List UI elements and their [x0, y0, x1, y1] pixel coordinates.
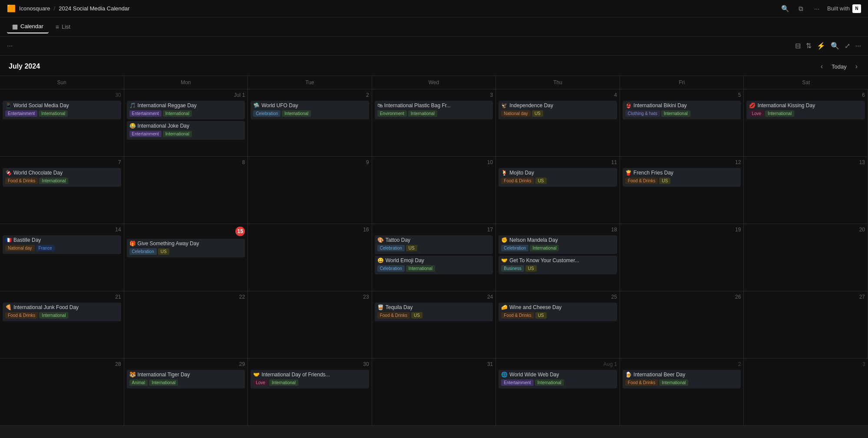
calendar-event[interactable]: 💋International Kissing DayLoveInternatio…: [746, 101, 865, 119]
toolbar-search-icon[interactable]: 🔍: [831, 42, 839, 50]
event-title: 🎨Tattoo Day: [377, 237, 491, 243]
calendar-cell-3-2[interactable]: 23: [248, 291, 372, 359]
calendar-cell-1-5[interactable]: 12🍟French Fries DayFood & DrinksUS: [620, 157, 744, 224]
calendar-cell-4-4[interactable]: Aug 1🌐World Wide Web DayEntertainmentInt…: [496, 359, 620, 426]
calendar-cell-0-4[interactable]: 4🦅Independence DayNational dayUS: [496, 89, 620, 157]
calendar-cell-4-3[interactable]: 31: [372, 359, 496, 426]
event-tag: Food & Drinks: [625, 379, 658, 386]
calendar-cell-4-6[interactable]: 3: [744, 359, 868, 426]
today-button[interactable]: Today: [828, 62, 850, 72]
cell-date-number: 6: [746, 92, 865, 98]
day-headers: Sun Mon Tue Wed Thu Fri Sat: [0, 76, 868, 89]
event-title-text: International Joke Day: [138, 123, 189, 129]
calendar-event[interactable]: 🦅Independence DayNational dayUS: [498, 101, 617, 119]
calendar-cell-4-1[interactable]: 29🐯International Tiger DayAnimalInternat…: [124, 359, 248, 426]
calendar-cell-2-6[interactable]: 20: [744, 224, 868, 291]
calendar-event[interactable]: 🛸World UFO DayCelebrationInternational: [251, 101, 369, 119]
cell-date-number: 11: [498, 159, 617, 165]
calendar-event[interactable]: 🤝Get To Know Your Customer...BusinessUS: [498, 256, 617, 274]
calendar-cell-1-1[interactable]: 8: [124, 157, 248, 224]
toolbar-ellipsis[interactable]: ···: [7, 42, 13, 50]
calendar-cell-2-1[interactable]: 15🎁Give Something Away DayCelebrationUS: [124, 224, 248, 291]
calendar-event[interactable]: 🎵International Reggae DayEntertainmentIn…: [127, 101, 245, 119]
calendar-event[interactable]: 🍕International Junk Food DayFood & Drink…: [3, 303, 121, 321]
calendar-event[interactable]: 🧀Wine and Cheese DayFood & DrinksUS: [498, 303, 617, 321]
event-tag: US: [535, 312, 547, 319]
search-icon[interactable]: 🔍: [780, 3, 791, 14]
cell-date-number: 23: [251, 294, 369, 300]
calendar-event[interactable]: 👙International Bikini DayClothing & hats…: [623, 101, 741, 119]
event-icon: 🌐: [501, 372, 508, 378]
calendar-cell-2-3[interactable]: 17🎨Tattoo DayCelebrationUS😀World Emoji D…: [372, 224, 496, 291]
calendar-cell-3-6[interactable]: 27: [744, 291, 868, 359]
calendar-event[interactable]: 🎁Give Something Away DayCelebrationUS: [127, 239, 245, 257]
calendar-cell-0-5[interactable]: 5👙International Bikini DayClothing & hat…: [620, 89, 744, 157]
event-icon: 👙: [625, 102, 632, 109]
calendar-cell-0-1[interactable]: Jul 1🎵International Reggae DayEntertainm…: [124, 89, 248, 157]
calendar-event[interactable]: 🍟French Fries DayFood & DrinksUS: [623, 168, 741, 187]
today-badge: 15: [235, 227, 245, 236]
event-title-text: International Junk Food Day: [13, 304, 79, 310]
calendar-cell-1-3[interactable]: 10: [372, 157, 496, 224]
cell-date-number: 30: [3, 92, 121, 98]
calendar-event[interactable]: 🥃Tequila DayFood & DrinksUS: [375, 303, 493, 321]
calendar-cell-2-2[interactable]: 16: [248, 224, 372, 291]
calendar-cell-4-2[interactable]: 30🤝International Day of Friends...LoveIn…: [248, 359, 372, 426]
calendar-event[interactable]: 🛍International Plastic Bag Fr...Environm…: [375, 101, 493, 119]
event-icon: 🍹: [501, 170, 508, 176]
calendar-cell-2-4[interactable]: 18✊Nelson Mandela DayCelebrationInternat…: [496, 224, 620, 291]
tab-list[interactable]: ≡ List: [50, 21, 76, 33]
calendar-cell-3-0[interactable]: 21🍕International Junk Food DayFood & Dri…: [0, 291, 124, 359]
calendar-event[interactable]: 🎨Tattoo DayCelebrationUS: [375, 235, 493, 254]
calendar-cell-4-0[interactable]: 28: [0, 359, 124, 426]
calendar-cell-2-5[interactable]: 19: [620, 224, 744, 291]
event-tag: Entertainment: [5, 110, 37, 117]
copy-icon[interactable]: ⧉: [796, 3, 806, 14]
more-icon[interactable]: ···: [812, 3, 822, 14]
calendar-event[interactable]: 📱World Social Media DayEntertainmentInte…: [3, 101, 121, 119]
calendar-event[interactable]: 😀World Emoji DayCelebrationInternational: [375, 256, 493, 274]
sort-icon[interactable]: ⇅: [806, 42, 812, 50]
cell-date-number: 25: [498, 294, 617, 300]
calendar-cell-3-1[interactable]: 22: [124, 291, 248, 359]
event-tag: International: [406, 265, 435, 272]
calendar-cell-1-6[interactable]: 13: [744, 157, 868, 224]
prev-month-button[interactable]: ‹: [819, 61, 825, 72]
tab-calendar[interactable]: ▦ Calendar: [7, 20, 49, 33]
bolt-icon[interactable]: ⚡: [817, 42, 825, 50]
calendar-cell-0-3[interactable]: 3🛍International Plastic Bag Fr...Environ…: [372, 89, 496, 157]
calendar-event[interactable]: 🐯International Tiger DayAnimalInternatio…: [127, 370, 245, 389]
calendar-cell-1-4[interactable]: 11🍹Mojito DayFood & DrinksUS: [496, 157, 620, 224]
cell-date-number: 3: [375, 92, 493, 98]
calendar-cell-2-0[interactable]: 14🇫🇷Bastille DayNational dayFrance: [0, 224, 124, 291]
calendar-cell-1-0[interactable]: 7🍫World Chocolate DayFood & DrinksIntern…: [0, 157, 124, 224]
calendar-cell-0-2[interactable]: 2🛸World UFO DayCelebrationInternational: [248, 89, 372, 157]
calendar-event[interactable]: 😂International Joke DayEntertainmentInte…: [127, 121, 245, 140]
calendar-event[interactable]: ✊Nelson Mandela DayCelebrationInternatio…: [498, 235, 617, 254]
toolbar-more-icon[interactable]: ···: [855, 42, 861, 50]
calendar-event[interactable]: 🌐World Wide Web DayEntertainmentInternat…: [498, 370, 617, 389]
calendar-event[interactable]: 🍫World Chocolate DayFood & DrinksInterna…: [3, 168, 121, 187]
calendar-cell-0-6[interactable]: 6💋International Kissing DayLoveInternati…: [744, 89, 868, 157]
calendar-cell-0-0[interactable]: 30📱World Social Media DayEntertainmentIn…: [0, 89, 124, 157]
next-month-button[interactable]: ›: [854, 61, 859, 72]
calendar-cell-1-2[interactable]: 9: [248, 157, 372, 224]
expand-icon[interactable]: ⤢: [845, 42, 850, 50]
calendar-event[interactable]: 🍺International Beer DayFood & DrinksInte…: [623, 370, 741, 389]
calendar-cell-4-5[interactable]: 2🍺International Beer DayFood & DrinksInt…: [620, 359, 744, 426]
calendar-cell-3-5[interactable]: 26: [620, 291, 744, 359]
event-icon: 🎵: [129, 102, 136, 109]
event-icon: 💋: [749, 102, 756, 109]
event-tag: France: [36, 245, 55, 251]
event-title-text: World Emoji Day: [386, 257, 424, 263]
calendar-event[interactable]: 🇫🇷Bastille DayNational dayFrance: [3, 235, 121, 254]
calendar-cell-3-4[interactable]: 25🧀Wine and Cheese DayFood & DrinksUS: [496, 291, 620, 359]
event-tag: US: [532, 110, 543, 117]
calendar-event[interactable]: 🍹Mojito DayFood & DrinksUS: [498, 168, 617, 187]
event-title: 🦅Independence Day: [501, 102, 614, 109]
event-icon: 🇫🇷: [5, 237, 12, 243]
event-icon: 🎁: [129, 240, 136, 247]
calendar-cell-3-3[interactable]: 24🥃Tequila DayFood & DrinksUS: [372, 291, 496, 359]
filter-icon[interactable]: ⊟: [795, 42, 801, 50]
calendar-event[interactable]: 🤝International Day of Friends...LoveInte…: [251, 370, 369, 389]
